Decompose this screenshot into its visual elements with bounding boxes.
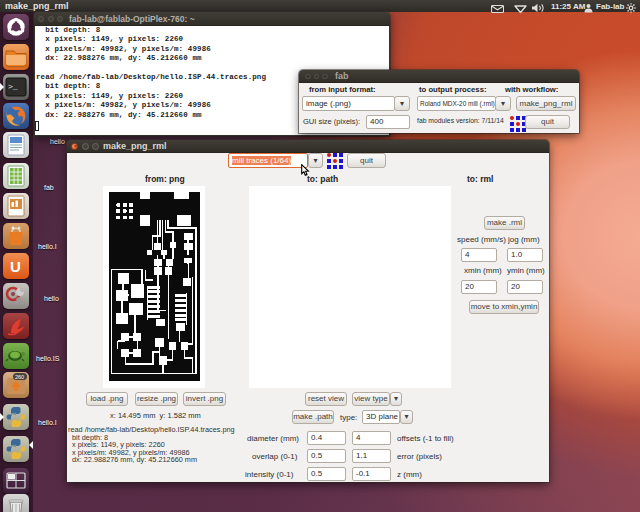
svg-text:260: 260 (15, 374, 24, 380)
svg-text:U: U (10, 258, 21, 275)
svg-text:>_: >_ (8, 82, 18, 91)
